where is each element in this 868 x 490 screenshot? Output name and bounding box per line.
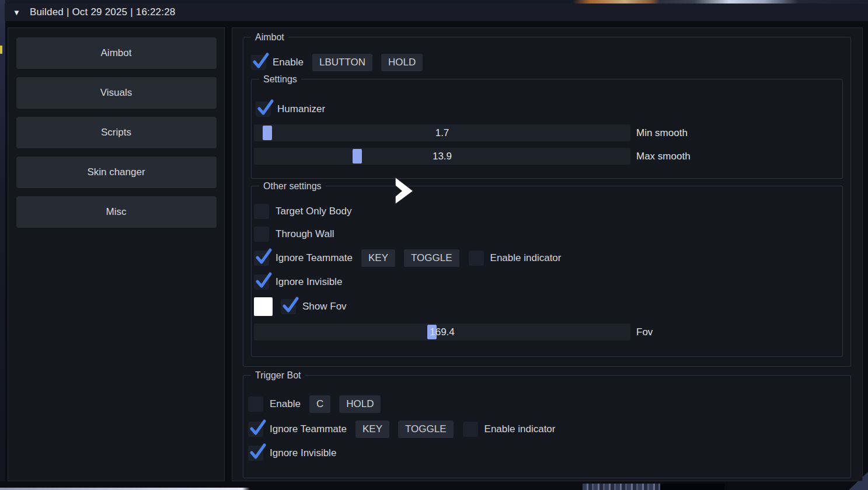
humanizer-row: Humanizer	[256, 102, 835, 117]
sidebar-item-visuals[interactable]: Visuals	[16, 77, 217, 109]
trigger-keybind-button[interactable]: C	[309, 395, 330, 413]
trigger-enable-row: Enable C HOLD	[248, 395, 843, 413]
trigger-ignore-invisible-row: Ignore Invisible	[248, 446, 843, 461]
trigger-ignore-teammate-row: Ignore Teammate KEY TOGGLE Enable indica…	[248, 421, 843, 438]
trigger-enable-checkbox[interactable]	[248, 397, 263, 412]
ignore-teammate-keybind-button[interactable]: KEY	[361, 249, 395, 267]
trigger-ignore-teammate-keymode-button[interactable]: TOGGLE	[398, 421, 454, 438]
aimbot-settings-group: Settings Humanizer 1.7 Min smooth 13.9	[251, 79, 843, 179]
ignore-invisible-checkbox[interactable]	[254, 274, 269, 290]
ignore-teammate-checkbox[interactable]	[254, 251, 269, 266]
check-icon	[256, 99, 274, 116]
ignore-invisible-label: Ignore Invisible	[276, 276, 342, 288]
settings-group-legend: Settings	[259, 74, 301, 85]
aimbot-keybind-button[interactable]: LBUTTON	[312, 54, 372, 71]
aimbot-keymode-button[interactable]: HOLD	[381, 54, 423, 71]
fov-slider-row: 169.4 Fov	[254, 324, 835, 340]
game-bleed-bottom-line	[0, 488, 250, 490]
trigger-ignore-teammate-label: Ignore Teammate	[270, 423, 347, 435]
aimbot-group-legend: Aimbot	[251, 32, 288, 43]
sidebar-item-skin-changer[interactable]: Skin changer	[16, 157, 217, 188]
fov-slider[interactable]: 169.4	[254, 324, 630, 340]
through-wall-row: Through Wall	[254, 227, 835, 242]
target-only-body-checkbox[interactable]	[254, 204, 269, 219]
trigger-bot-group: Trigger Bot Enable C HOLD Ignore Teammat…	[243, 375, 851, 478]
through-wall-label: Through Wall	[276, 228, 334, 240]
check-icon	[249, 419, 266, 436]
max-smooth-label: Max smooth	[636, 151, 691, 162]
trigger-enable-indicator-label: Enable indicator	[484, 423, 556, 435]
slider-value: 13.9	[254, 148, 630, 165]
enable-indicator-checkbox[interactable]	[469, 251, 484, 266]
main-panel: Aimbot Enable LBUTTON HOLD Settings Huma…	[232, 27, 863, 481]
min-smooth-slider-row: 1.7 Min smooth	[254, 124, 835, 141]
slider-value: 169.4	[254, 324, 630, 340]
max-smooth-slider-row: 13.9 Max smooth	[254, 148, 835, 165]
trigger-enable-label: Enable	[270, 398, 301, 410]
aimbot-ignore-teammate-row: Ignore Teammate KEY TOGGLE Enable indica…	[254, 249, 835, 267]
humanizer-checkbox[interactable]	[256, 102, 271, 117]
collapse-menu-icon[interactable]: ▼	[13, 8, 20, 17]
min-smooth-label: Min smooth	[636, 127, 688, 139]
trigger-bot-legend: Trigger Bot	[251, 370, 305, 381]
fov-label: Fov	[636, 326, 653, 338]
check-icon	[249, 443, 266, 460]
max-smooth-slider[interactable]: 13.9	[254, 148, 630, 165]
trigger-ignore-teammate-checkbox[interactable]	[248, 422, 263, 437]
sidebar-item-aimbot[interactable]: Aimbot	[16, 37, 217, 69]
trigger-ignore-teammate-keybind-button[interactable]: KEY	[355, 421, 389, 438]
enable-indicator-label: Enable indicator	[490, 252, 562, 264]
target-only-body-row: Target Only Body	[254, 204, 835, 219]
trigger-ignore-invisible-checkbox[interactable]	[248, 446, 263, 461]
other-settings-legend: Other settings	[259, 180, 326, 192]
aimbot-enable-label: Enable	[273, 57, 304, 68]
sidebar-item-misc[interactable]: Misc	[16, 196, 217, 228]
aimbot-enable-row: Enable LBUTTON HOLD	[251, 54, 843, 71]
game-bleed-bottom-black	[660, 484, 724, 490]
check-icon	[252, 52, 269, 69]
trigger-ignore-invisible-label: Ignore Invisible	[270, 447, 336, 459]
show-fov-row: Show Fov	[254, 297, 835, 316]
min-smooth-slider[interactable]: 1.7	[254, 124, 630, 141]
game-bleed-speck	[0, 46, 2, 54]
fov-color-swatch[interactable]	[254, 297, 273, 316]
humanizer-label: Humanizer	[277, 103, 325, 115]
check-icon	[255, 248, 272, 265]
check-icon	[281, 296, 299, 314]
target-only-body-label: Target Only Body	[276, 206, 351, 217]
game-bleed-left	[0, 0, 5, 490]
ignore-teammate-label: Ignore Teammate	[276, 252, 353, 264]
aimbot-ignore-invisible-row: Ignore Invisible	[254, 274, 835, 290]
title-bar[interactable]: ▼ Builded | Oct 29 2025 | 16:22:28	[5, 4, 868, 21]
check-icon	[255, 272, 272, 289]
sidebar: Aimbot Visuals Scripts Skin changer Misc	[8, 27, 225, 481]
trigger-enable-indicator-checkbox[interactable]	[463, 422, 478, 437]
aimbot-group: Aimbot Enable LBUTTON HOLD Settings Huma…	[243, 37, 851, 367]
through-wall-checkbox[interactable]	[254, 227, 269, 242]
window-title: Builded | Oct 29 2025 | 16:22:28	[30, 6, 176, 18]
game-bleed-bottom-blur	[583, 484, 660, 490]
ignore-teammate-keymode-button[interactable]: TOGGLE	[404, 249, 459, 267]
slider-value: 1.7	[254, 124, 630, 141]
aimbot-enable-checkbox[interactable]	[251, 55, 266, 70]
trigger-keymode-button[interactable]: HOLD	[339, 395, 381, 413]
sidebar-item-scripts[interactable]: Scripts	[16, 117, 217, 148]
show-fov-label: Show Fov	[302, 301, 347, 312]
show-fov-checkbox[interactable]	[281, 299, 296, 314]
other-settings-group: Other settings Target Only Body Through …	[251, 186, 843, 357]
